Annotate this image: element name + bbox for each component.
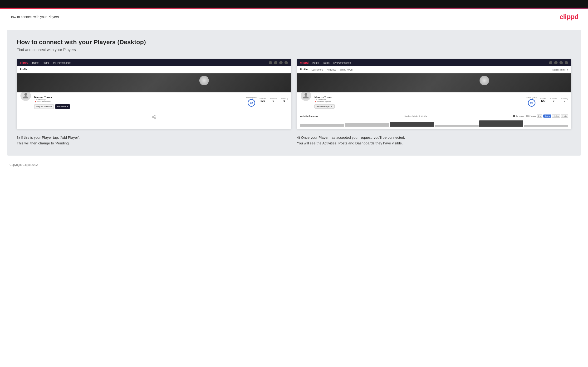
remove-x-icon: ✕ xyxy=(331,105,333,108)
bar-2 xyxy=(345,123,389,127)
footer: Copyright Clippd 2022 xyxy=(0,160,588,169)
left-description: 3) If this is your Player tap, 'Add Play… xyxy=(17,135,291,146)
left-player-location: 📍 United Kingdom xyxy=(34,101,243,103)
activity-header: Activity Summary Monthly Activity · 6 Mo… xyxy=(300,115,568,117)
activity-summary: Activity Summary Monthly Activity · 6 Mo… xyxy=(297,112,571,129)
profile-icon[interactable] xyxy=(285,61,288,64)
right-desc-text: 4) Once your Player has accepted your re… xyxy=(297,135,405,145)
add-player-button[interactable]: Add Player + xyxy=(55,104,70,109)
left-nav-logo: clippd xyxy=(20,61,28,64)
activity-title: Activity Summary xyxy=(300,115,318,117)
period-1mth[interactable]: 1 mth xyxy=(561,115,568,117)
page-title: How to connect with your Players (Deskto… xyxy=(17,39,571,46)
right-nav: clippd Home Teams My Performance xyxy=(297,59,571,66)
right-banner xyxy=(297,73,571,92)
off-course-dot xyxy=(526,115,527,117)
bar-1 xyxy=(300,124,344,127)
activity-legend: On course Off course xyxy=(513,115,536,117)
right-nav-teams: Teams xyxy=(322,61,329,64)
screenshots-row: clippd Home Teams My Performance Profile xyxy=(17,59,571,129)
right-settings-icon[interactable] xyxy=(560,61,563,64)
bar-6 xyxy=(524,125,568,127)
tab-dashboard[interactable]: Dashboard xyxy=(311,67,323,73)
left-stat-followers: Followers 0 xyxy=(270,98,277,107)
period-1yr[interactable]: 1 yr xyxy=(537,115,543,117)
header: How to connect with your Players clippd xyxy=(0,9,588,25)
right-stat-following: Following 0 xyxy=(561,98,568,107)
left-profile-info: Marcus Turner 1-5 Handicap 📍 United King… xyxy=(34,95,243,109)
tab-profile-left[interactable]: Profile xyxy=(20,66,27,73)
right-stats-group: Player Quality 92 Activities 129 Followe… xyxy=(526,96,568,107)
bar-3 xyxy=(390,122,434,127)
top-bar xyxy=(0,0,588,8)
left-stat-activities: Activities 129 xyxy=(259,98,266,107)
left-stats: Activities 129 Followers 0 Following 0 xyxy=(259,96,288,107)
left-stat-following: Following 0 xyxy=(281,98,288,107)
legend-on-course: On course xyxy=(513,115,524,117)
left-profile: Marcus Turner 1-5 Handicap 📍 United King… xyxy=(17,92,291,112)
main-content: How to connect with your Players (Deskto… xyxy=(7,30,581,156)
legend-off-course: Off course xyxy=(526,115,536,117)
right-screenshot: clippd Home Teams My Performance Profile… xyxy=(297,59,571,129)
page-breadcrumb: How to connect with your Players xyxy=(9,15,59,19)
pin-icon: 📍 xyxy=(34,101,37,103)
right-search-icon[interactable] xyxy=(549,61,552,64)
left-nav-performance: My Performance xyxy=(53,61,70,64)
left-tabs: Profile xyxy=(17,66,291,73)
activity-period-label: Monthly Activity · 6 Months xyxy=(405,115,427,117)
left-action-buttons: Request to Follow Add Player + xyxy=(34,104,243,109)
right-stats: Activities 129 Followers 0 Following 0 xyxy=(540,96,568,107)
left-nav-home: Home xyxy=(32,61,39,64)
left-quality: Player Quality 92 xyxy=(246,97,257,107)
on-course-dot xyxy=(513,115,515,117)
right-nav-performance: My Performance xyxy=(333,61,351,64)
right-player-handicap: 1-5 Handicap xyxy=(314,99,524,101)
right-nav-icons xyxy=(549,61,568,64)
copyright-text: Copyright Clippd 2022 xyxy=(9,163,38,167)
right-quality: Player Quality 92 xyxy=(526,97,537,107)
user-icon[interactable] xyxy=(274,61,277,64)
remove-player-button[interactable]: Remove Player ✕ xyxy=(314,104,335,108)
tab-what-to-on[interactable]: What To On xyxy=(340,67,353,73)
left-player-name: Marcus Turner xyxy=(34,96,243,99)
left-desc-text: 3) If this is your Player tap, 'Add Play… xyxy=(17,135,80,145)
bar-5 xyxy=(479,120,523,127)
right-stat-followers: Followers 0 xyxy=(550,98,557,107)
search-icon[interactable] xyxy=(269,61,272,64)
left-nav-icons xyxy=(269,61,288,64)
descriptions-row: 3) If this is your Player tap, 'Add Play… xyxy=(17,135,571,146)
right-profile-icon[interactable] xyxy=(565,61,568,64)
right-profile-info: Marcus Turner 1-5 Handicap 📍 United King… xyxy=(314,95,524,108)
tab-profile-right[interactable]: Profile xyxy=(300,66,308,73)
left-quality-circle: 92 xyxy=(248,99,255,107)
tab-activities[interactable]: Activities xyxy=(327,67,336,73)
right-profile: Marcus Turner 1-5 Handicap 📍 United King… xyxy=(297,92,571,112)
page-subtitle: Find and connect with your Players xyxy=(17,48,571,52)
left-nav-teams: Teams xyxy=(42,61,49,64)
left-banner xyxy=(17,73,291,92)
period-6mths[interactable]: 6 mths xyxy=(543,115,551,117)
right-description: 4) Once your Player has accepted your re… xyxy=(297,135,571,146)
activity-controls: On course Off course 1 yr 6 mths 3 mths … xyxy=(513,115,568,117)
left-stats-group: Player Quality 92 Activities 129 Followe… xyxy=(246,96,288,107)
settings-icon[interactable] xyxy=(279,61,283,64)
left-player-handicap: 1-5 Handicap xyxy=(34,99,243,101)
tab-user-dropdown[interactable]: Marcus Turner ▾ xyxy=(552,69,568,71)
right-player-name: Marcus Turner xyxy=(314,96,524,99)
activity-chart xyxy=(300,119,568,127)
left-screenshot: clippd Home Teams My Performance Profile xyxy=(17,59,291,129)
right-user-icon[interactable] xyxy=(554,61,558,64)
clippd-logo: clippd xyxy=(560,13,579,21)
left-nav: clippd Home Teams My Performance xyxy=(17,59,291,66)
right-player-location: 📍 United Kingdom xyxy=(314,101,524,103)
header-divider xyxy=(9,25,579,25)
right-nav-home: Home xyxy=(312,61,319,64)
right-stat-activities: Activities 129 xyxy=(540,98,546,107)
bar-4 xyxy=(435,125,479,127)
right-nav-logo: clippd xyxy=(300,61,309,64)
right-pin-icon: 📍 xyxy=(314,101,317,103)
left-loader xyxy=(17,112,291,122)
request-follow-button[interactable]: Request to Follow xyxy=(34,104,54,109)
right-quality-circle: 92 xyxy=(528,99,536,107)
period-3mths[interactable]: 3 mths xyxy=(552,115,560,117)
